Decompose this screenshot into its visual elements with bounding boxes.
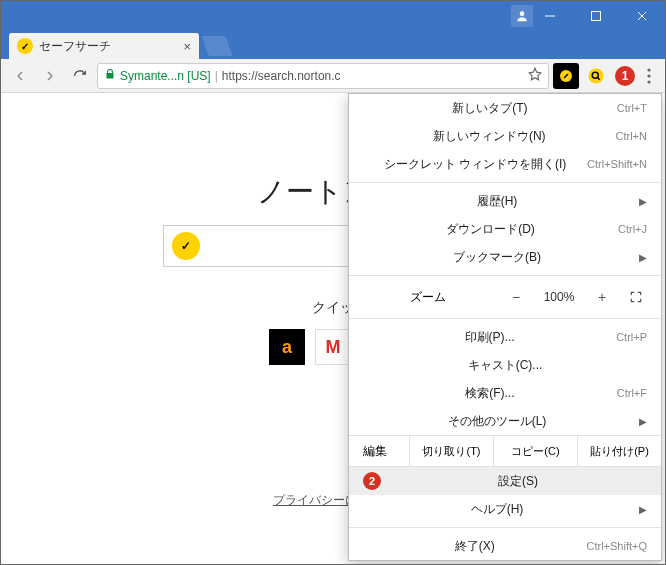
menu-label: 履歴(H) [363,193,631,210]
menu-shortcut: Ctrl+P [616,331,647,343]
menu-label: 設定(S) [389,473,647,490]
quick-link-amazon[interactable]: a [269,329,305,365]
menu-label: ダウンロード(D) [363,221,618,238]
norton-search-extension-icon[interactable] [583,63,609,89]
menu-find[interactable]: 検索(F)... Ctrl+F [349,379,661,407]
menu-incognito[interactable]: シークレット ウィンドウを開く(I) Ctrl+Shift+N [349,150,661,178]
zoom-label: ズーム [363,289,493,306]
menu-shortcut: Ctrl+N [616,130,647,142]
close-window-button[interactable] [619,1,665,31]
menu-shortcut: Ctrl+J [618,223,647,235]
menu-new-window[interactable]: 新しいウィンドウ(N) Ctrl+N [349,122,661,150]
menu-label: ブックマーク(B) [363,249,631,266]
menu-label: ヘルプ(H) [363,501,631,518]
menu-edit-row: 編集 切り取り(T) コピー(C) 貼り付け(P) [349,435,661,467]
menu-exit[interactable]: 終了(X) Ctrl+Shift+Q [349,532,661,560]
edit-copy-button[interactable]: コピー(C) [493,436,577,466]
menu-new-tab[interactable]: 新しいタブ(T) Ctrl+T [349,94,661,122]
menu-history[interactable]: 履歴(H) ▶ [349,187,661,215]
menu-cast[interactable]: キャスト(C)... [349,351,661,379]
zoom-value: 100% [539,290,579,304]
menu-label: 新しいウィンドウ(N) [363,128,616,145]
menu-separator [349,182,661,183]
zoom-out-button[interactable]: − [505,286,527,308]
svg-rect-2 [592,12,601,21]
menu-label: シークレット ウィンドウを開く(I) [363,156,587,173]
browser-tab[interactable]: ✓ セーフサーチ × [9,33,199,59]
chrome-menu-button[interactable] [639,63,659,89]
submenu-arrow-icon: ▶ [639,416,647,427]
menu-label: キャスト(C)... [363,357,647,374]
norton-logo-icon: ✓ [172,232,200,260]
submenu-arrow-icon: ▶ [639,196,647,207]
lock-icon [104,68,116,83]
chrome-menu: 新しいタブ(T) Ctrl+T 新しいウィンドウ(N) Ctrl+N シークレッ… [348,93,662,561]
window-titlebar [1,1,665,31]
submenu-arrow-icon: ▶ [639,504,647,515]
address-bar[interactable]: Symante...n [US] | https://search.norton… [97,63,549,89]
menu-separator [349,318,661,319]
callout-badge-1: 1 [615,66,635,86]
menu-downloads[interactable]: ダウンロード(D) Ctrl+J [349,215,661,243]
menu-bookmarks[interactable]: ブックマーク(B) ▶ [349,243,661,271]
menu-label: 終了(X) [363,538,586,555]
svg-point-11 [647,80,650,83]
tab-strip: ✓ セーフサーチ × [1,31,665,59]
menu-label: 検索(F)... [363,385,617,402]
minimize-button[interactable] [527,1,573,31]
menu-settings[interactable]: 2 設定(S) [349,467,661,495]
edit-label: 編集 [349,436,409,466]
menu-shortcut: Ctrl+Shift+Q [586,540,647,552]
url-text: https://search.norton.c [222,69,341,83]
ev-certificate-name: Symante...n [US] [120,69,211,83]
back-button[interactable] [7,63,33,89]
new-tab-button[interactable] [201,36,232,56]
norton-extension-icon[interactable] [553,63,579,89]
toolbar: Symante...n [US] | https://search.norton… [1,59,665,93]
menu-separator [349,275,661,276]
maximize-button[interactable] [573,1,619,31]
profile-button[interactable] [511,5,533,27]
norton-favicon: ✓ [17,38,33,54]
edit-paste-button[interactable]: 貼り付け(P) [577,436,661,466]
menu-zoom-row: ズーム − 100% + [349,280,661,314]
svg-point-0 [520,11,525,16]
forward-button[interactable] [37,63,63,89]
menu-print[interactable]: 印刷(P)... Ctrl+P [349,323,661,351]
svg-point-7 [592,72,598,78]
svg-point-9 [647,68,650,71]
submenu-arrow-icon: ▶ [639,252,647,263]
menu-label: 新しいタブ(T) [363,100,617,117]
menu-shortcut: Ctrl+T [617,102,647,114]
menu-label: 印刷(P)... [363,329,616,346]
address-divider: | [215,69,218,83]
callout-badge-2: 2 [363,472,381,490]
menu-help[interactable]: ヘルプ(H) ▶ [349,495,661,523]
tab-close-button[interactable]: × [183,39,191,54]
menu-label: その他のツール(L) [363,413,631,430]
quick-link-gmail[interactable]: M [315,329,351,365]
fullscreen-button[interactable] [625,286,647,308]
menu-shortcut: Ctrl+Shift+N [587,158,647,170]
svg-point-10 [647,74,650,77]
reload-button[interactable] [67,63,93,89]
bookmark-star-button[interactable] [528,67,542,84]
menu-more-tools[interactable]: その他のツール(L) ▶ [349,407,661,435]
tab-title: セーフサーチ [39,38,111,55]
page-content: ノートン セ ✓ クイッ a M f プライバシーについて 新しいタブ(T) C… [1,93,665,564]
edit-cut-button[interactable]: 切り取り(T) [409,436,493,466]
zoom-in-button[interactable]: + [591,286,613,308]
menu-separator [349,527,661,528]
menu-shortcut: Ctrl+F [617,387,647,399]
